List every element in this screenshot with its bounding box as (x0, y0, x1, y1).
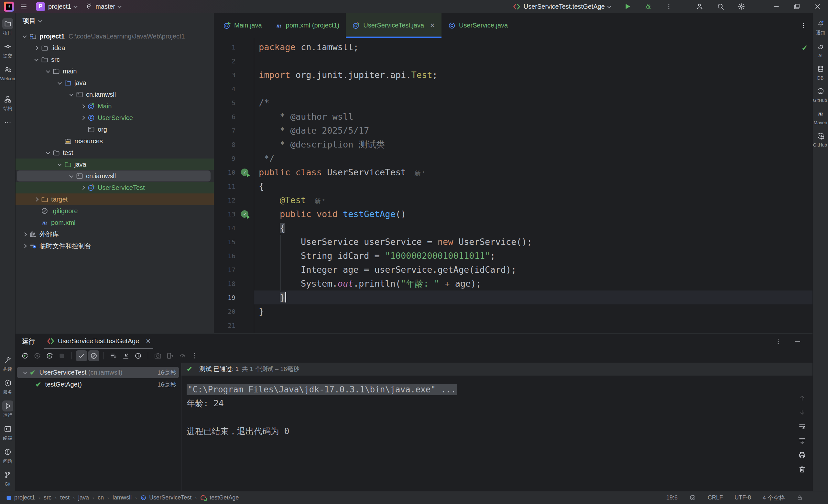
tree-item-main[interactable]: CMain (15, 100, 214, 112)
test-node-userservicetest[interactable]: ✔UserServiceTest (cn.iamwsll)16毫秒 (15, 367, 181, 378)
vcs-branch-widget[interactable]: master (83, 2, 124, 12)
tree-item-main[interactable]: main (15, 65, 214, 77)
sidebar-item-item[interactable]: 运行 (0, 401, 15, 418)
chevron-down-icon[interactable] (32, 58, 41, 61)
tree-item-pom-xml[interactable]: mpom.xml (15, 217, 214, 228)
rerun-auto-button[interactable] (44, 350, 55, 361)
sidebar-item-item[interactable]: 终端 (0, 423, 15, 441)
test-node-testgetage[interactable]: ✔testGetAge()16毫秒 (15, 378, 181, 390)
sidebar-item-github-c[interactable]: GitHub C (813, 130, 828, 148)
code-area[interactable]: package cn.iamwsll;import org.junit.jupi… (254, 38, 813, 333)
sidebar-item-item[interactable]: 提交 (0, 41, 15, 59)
tree-item-idea[interactable]: .idea (15, 42, 214, 54)
hide-panel-icon[interactable] (794, 337, 801, 345)
chevron-right-icon[interactable] (32, 47, 41, 49)
tree-item-gitignore[interactable]: .gitignore (15, 205, 214, 217)
no-circle-button[interactable] (88, 350, 99, 361)
close-icon[interactable]: ✕ (430, 22, 435, 29)
tree-item-org[interactable]: org (15, 124, 214, 135)
sidebar-item-item[interactable]: 构建 (0, 354, 15, 372)
breadcrumb-userservicetest[interactable]: CUserServiceTest (140, 494, 192, 501)
breadcrumb-iamwsll[interactable]: iamwsll (113, 494, 132, 501)
tab-userservicetest-java[interactable]: CUserServiceTest.java✕ (346, 13, 442, 38)
tabbar-more-button[interactable] (799, 13, 813, 38)
tab-userservice-java[interactable]: CUserService.java (442, 13, 514, 38)
tree-item-resources[interactable]: resources (15, 135, 214, 147)
tree-item-target[interactable]: target (15, 194, 214, 205)
clock-button[interactable] (133, 350, 143, 361)
chevron-right-icon[interactable] (78, 105, 87, 108)
sidebar-item-item[interactable]: 项目 (0, 18, 15, 36)
tab-pom-xml-project1[interactable]: mpom.xml (project1) (268, 13, 346, 38)
sidebar-item-github-c[interactable]: GitHub C (813, 86, 828, 103)
tree-item-cn-iamwsll[interactable]: cn.iamwsll (15, 89, 214, 100)
run-button[interactable] (621, 1, 634, 12)
breadcrumb-java[interactable]: java (78, 494, 89, 501)
project-panel-header[interactable]: 项目 (15, 13, 214, 29)
console-output[interactable]: "C:\Program Files\Java\jdk-17.0.3.1\bin\… (181, 376, 792, 491)
editor-body[interactable]: 12345678910✓111213✓1415161718192021 pack… (214, 38, 813, 333)
tree-item-userservice[interactable]: CUserService (15, 112, 214, 124)
chevron-right-icon[interactable] (78, 117, 87, 119)
breadcrumb-cn[interactable]: cn (98, 494, 104, 501)
tree-item-userservicetest[interactable]: CUserServiceTest (15, 182, 214, 194)
chevron-down-icon[interactable] (55, 82, 64, 84)
code-with-me-button[interactable] (694, 1, 706, 12)
maximize-button[interactable] (787, 0, 807, 13)
inspections-ok-icon[interactable]: ✓ (801, 43, 808, 52)
trash-button[interactable] (798, 465, 806, 475)
arrow-in-button[interactable] (120, 350, 131, 361)
more-actions-button[interactable] (662, 1, 675, 12)
sidebar-item-item[interactable]: 结构 (0, 94, 15, 112)
tab-main-java[interactable]: CMain.java (217, 13, 268, 38)
tree-item-java[interactable]: java (15, 77, 214, 89)
breadcrumb-project1[interactable]: project1 (6, 494, 35, 501)
debug-button[interactable] (642, 1, 655, 12)
scroll-end-button[interactable] (798, 437, 806, 447)
run-test-passed-icon[interactable]: ✓ (236, 210, 254, 218)
sidebar-item-more[interactable] (0, 117, 15, 129)
line-ending[interactable]: CRLF (708, 494, 723, 501)
sidebar-item-item[interactable]: 服务 (0, 378, 15, 395)
chevron-right-icon[interactable] (32, 198, 41, 201)
chevron-down-icon[interactable] (20, 371, 30, 374)
file-encoding[interactable]: UTF-8 (735, 494, 751, 501)
print-button[interactable] (798, 451, 806, 461)
sidebar-item-welcom[interactable]: ?Welcom (0, 64, 15, 81)
run-session-tab[interactable]: UserServiceTest.testGetAge ✕ (44, 334, 153, 349)
rerun-button[interactable] (19, 350, 30, 361)
sidebar-item-item[interactable]: 通知 (813, 18, 828, 36)
sidebar-item-ai[interactable]: AI (813, 41, 828, 58)
breadcrumb-testgetage[interactable]: mtestGetAge (200, 494, 239, 501)
run-test-passed-icon[interactable]: ✓ (236, 169, 254, 176)
breadcrumb-src[interactable]: src (44, 494, 51, 501)
chevron-right-icon[interactable] (20, 233, 29, 236)
chevron-down-icon[interactable] (67, 93, 76, 96)
sidebar-item-db[interactable]: DB (813, 64, 828, 81)
caret-position[interactable]: 19:6 (666, 494, 677, 501)
run-configuration-selector[interactable]: UserServiceTest.testGetAge (510, 1, 613, 12)
check-button[interactable] (76, 350, 87, 361)
project-widget[interactable]: P project1 (33, 1, 80, 13)
minimize-button[interactable] (766, 0, 787, 13)
copilot-status-icon[interactable] (689, 494, 696, 501)
tree-item-test[interactable]: test (15, 147, 214, 159)
indent-setting[interactable]: 4 个空格 (763, 494, 785, 502)
settings-button[interactable] (735, 1, 748, 12)
tree-item-java[interactable]: java (15, 159, 214, 170)
chevron-down-icon[interactable] (43, 70, 52, 73)
sidebar-item-item[interactable]: 问题 (0, 447, 15, 464)
more-v-button[interactable] (189, 350, 200, 361)
close-icon[interactable]: ✕ (146, 337, 151, 345)
tree-item-cn-iamwsll[interactable]: cn.iamwsll (15, 170, 214, 182)
tree-item-item[interactable]: 临时文件和控制台 (15, 240, 214, 252)
close-button[interactable] (807, 0, 828, 13)
tree-item-src[interactable]: src (15, 54, 214, 65)
chevron-down-icon[interactable] (55, 163, 64, 166)
tree-item-item[interactable]: 外部库 (15, 228, 214, 240)
chevron-right-icon[interactable] (20, 245, 29, 248)
chevron-down-icon[interactable] (67, 175, 76, 178)
tree-item-project1[interactable]: project1C:\code\JavaLearning\JavaWeb\pro… (15, 31, 214, 42)
search-everywhere-button[interactable] (714, 1, 727, 12)
sort-arrow-button[interactable] (108, 350, 119, 361)
